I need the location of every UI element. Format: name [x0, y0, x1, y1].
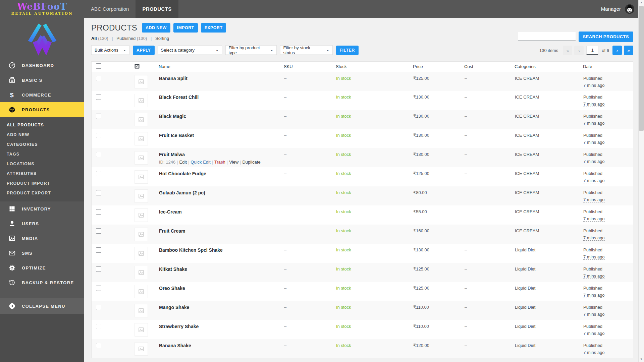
product-name-link[interactable]: Banana Shake	[159, 343, 283, 348]
user-avatar[interactable]	[625, 4, 634, 14]
next-page-button[interactable]: ›	[612, 46, 622, 55]
product-name-link[interactable]: Gulaab Jamun (2 pc)	[159, 190, 283, 195]
product-thumbnail[interactable]	[135, 208, 148, 222]
product-thumbnail[interactable]	[135, 342, 148, 356]
sidebar-item-inventory[interactable]: INVENTORY	[0, 201, 84, 216]
sidebar-subitem-all-products[interactable]: ALL PRODUCTS	[0, 120, 84, 130]
row-checkbox[interactable]	[96, 152, 101, 157]
sidebar-subitem-product-export[interactable]: PRODUCT EXPORT	[0, 188, 84, 198]
bulk-actions-select[interactable]: Bulk Actions ⌄	[91, 45, 129, 55]
sidebar-subitem-tags[interactable]: TAGS	[0, 149, 84, 159]
scrollbar-thumb[interactable]	[639, 6, 644, 131]
prev-page-button[interactable]: ‹	[574, 46, 584, 55]
row-checkbox[interactable]	[96, 171, 101, 176]
row-checkbox[interactable]	[96, 266, 101, 272]
product-categories[interactable]: Liquid Diet	[515, 324, 535, 329]
sidebar-subitem-attributes[interactable]: ATTRIBUTES	[0, 169, 84, 178]
product-name-link[interactable]: Bamboo Kitchen Spcl Shake	[159, 247, 283, 253]
export-button[interactable]: EXPORT	[201, 23, 226, 33]
column-header-date[interactable]: Date	[583, 62, 633, 72]
scrollbar-down-arrow-icon[interactable]: ▼	[639, 357, 644, 362]
product-categories[interactable]: ICE CREAM	[515, 114, 539, 119]
row-checkbox[interactable]	[96, 305, 101, 310]
scrollbar-up-arrow-icon[interactable]: ▲	[639, 0, 644, 5]
product-thumbnail[interactable]	[135, 189, 148, 203]
product-categories[interactable]: ICE CREAM	[515, 95, 539, 100]
import-button[interactable]: IMPORT	[173, 23, 198, 33]
select-all-checkbox[interactable]	[96, 63, 101, 69]
product-name-link[interactable]: Black Magic	[159, 114, 283, 119]
view-action-link[interactable]: View	[229, 160, 238, 165]
sidebar-item-basic-s[interactable]: BASIC S	[0, 73, 84, 87]
product-thumbnail[interactable]	[135, 304, 148, 317]
edit-action-link[interactable]: Edit	[179, 160, 187, 165]
filter-button[interactable]: FILTER	[336, 46, 359, 55]
product-name-link[interactable]: Black Forest Chill	[159, 95, 283, 100]
product-categories[interactable]: ICE CREAM	[515, 228, 539, 233]
column-header-categories[interactable]: Categories	[515, 62, 583, 72]
product-thumbnail[interactable]	[135, 285, 148, 298]
column-header-stock[interactable]: Stock	[336, 62, 413, 72]
row-checkbox[interactable]	[96, 209, 101, 215]
sidebar-item-dashboard[interactable]: DASHBOARD	[0, 58, 84, 73]
column-header-cost[interactable]: Cost	[464, 62, 515, 72]
column-header-sku[interactable]: SKU	[284, 62, 336, 72]
view-all-link[interactable]: All	[91, 36, 97, 41]
row-checkbox[interactable]	[96, 190, 101, 195]
row-checkbox[interactable]	[96, 133, 101, 138]
sidebar-item-media[interactable]: MEDIA	[0, 231, 84, 246]
row-checkbox[interactable]	[96, 286, 101, 291]
sidebar-item-users[interactable]: USERS	[0, 216, 84, 231]
sidebar-item-commerce[interactable]: $ COMMERCE	[0, 87, 84, 102]
collapse-menu-button[interactable]: COLLAPSE MENU	[0, 298, 84, 314]
view-published-link[interactable]: Published	[116, 36, 136, 41]
product-categories[interactable]: ICE CREAM	[515, 133, 539, 138]
search-input[interactable]	[518, 32, 576, 41]
row-checkbox[interactable]	[96, 324, 101, 329]
product-name-link[interactable]: Ice-Cream	[159, 209, 283, 215]
product-name-link[interactable]: Banana Split	[159, 76, 283, 81]
row-checkbox[interactable]	[96, 343, 101, 348]
sidebar-subitem-categories[interactable]: CATEGORIES	[0, 139, 84, 149]
current-page-input[interactable]	[586, 46, 598, 55]
sidebar-item-optimize[interactable]: OPTIMIZE	[0, 260, 84, 275]
product-thumbnail[interactable]	[135, 113, 148, 126]
product-name-link[interactable]: Oreo Shake	[159, 286, 283, 291]
view-sorting-link[interactable]: Sorting	[155, 36, 169, 41]
page-scrollbar[interactable]: ▲ ▼	[638, 0, 644, 362]
product-name-link[interactable]: Fruit Ice Basket	[159, 133, 283, 138]
sidebar-subitem-add-new[interactable]: ADD NEW	[0, 130, 84, 139]
user-role-label[interactable]: Manager	[601, 6, 621, 12]
product-thumbnail[interactable]	[135, 132, 148, 145]
product-categories[interactable]: Liquid Diet	[515, 343, 535, 348]
product-thumbnail[interactable]	[135, 247, 148, 260]
sidebar-subitem-locations[interactable]: LOCATIONS	[0, 159, 84, 169]
product-name-link[interactable]: Hot Chocolate Fudge	[159, 171, 283, 176]
apply-button[interactable]: APPLY	[133, 46, 155, 55]
column-header-price[interactable]: Price	[413, 62, 464, 72]
top-tab-products[interactable]: PRODUCTS	[136, 0, 178, 18]
sidebar-subitem-product-import[interactable]: PRODUCT IMPORT	[0, 178, 84, 188]
product-thumbnail[interactable]	[135, 323, 148, 337]
product-thumbnail[interactable]	[135, 228, 148, 241]
product-name-link[interactable]: Mango Shake	[159, 305, 283, 310]
product-categories[interactable]: ICE CREAM	[515, 152, 539, 157]
product-categories[interactable]: Liquid Diet	[515, 247, 535, 252]
add-new-button[interactable]: ADD NEW	[142, 23, 170, 33]
product-thumbnail[interactable]	[135, 170, 148, 184]
product-categories[interactable]: ICE CREAM	[515, 171, 539, 176]
brand-logo[interactable]: WeBFooT RETAIL AUTOMATION	[0, 0, 84, 18]
product-name-link[interactable]: Kitkat Shake	[159, 266, 283, 272]
product-categories[interactable]: ICE CREAM	[515, 76, 539, 81]
trash-action-link[interactable]: Trash	[214, 160, 225, 165]
sidebar-item-backup-restore[interactable]: BACKUP & RESTORE	[0, 275, 84, 290]
product-categories[interactable]: ICE CREAM	[515, 209, 539, 214]
sidebar-item-products[interactable]: PRODUCTS	[0, 102, 84, 117]
top-tab-abc-corporation[interactable]: ABC Corporation	[84, 0, 136, 18]
row-checkbox[interactable]	[96, 76, 101, 81]
product-thumbnail[interactable]	[135, 94, 148, 107]
quick-edit-action-link[interactable]: Quick Edit	[191, 160, 210, 165]
product-name-link[interactable]: Fruit Cream	[159, 228, 283, 234]
duplicate-action-link[interactable]: Duplicate	[242, 160, 260, 165]
first-page-button[interactable]: «	[563, 46, 572, 55]
